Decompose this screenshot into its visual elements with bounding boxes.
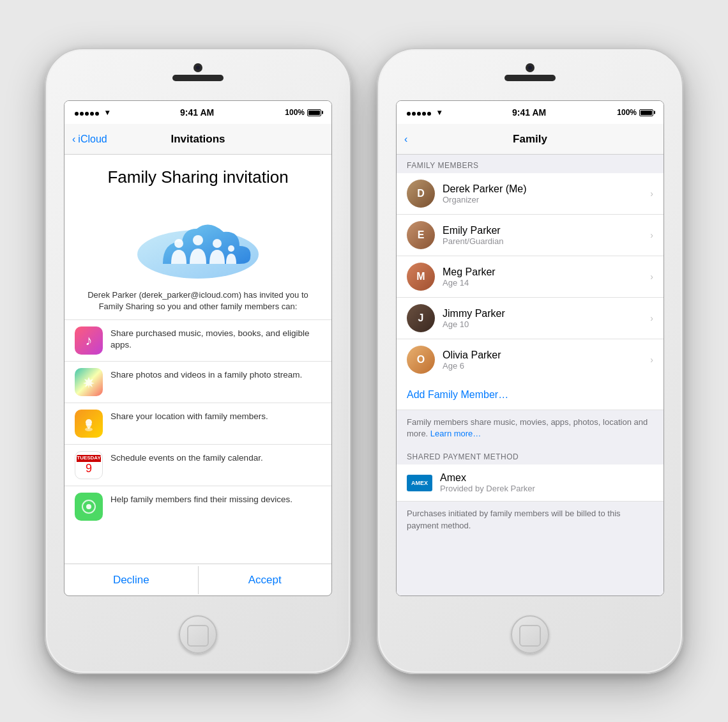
nav-title-2: Family (513, 133, 547, 146)
family-members-header: FAMILY MEMBERS (397, 155, 664, 173)
feature-photos: Share photos and videos in a family phot… (64, 361, 331, 403)
location-icon (75, 410, 103, 438)
chevron-icon-derek: › (650, 188, 653, 199)
battery-icon-2 (639, 109, 653, 116)
member-name-olivia: Olivia Parker (443, 349, 642, 361)
chevron-icon-olivia: › (650, 355, 653, 365)
nav-title: Invitations (171, 133, 225, 146)
bottom-buttons: Decline Accept (64, 564, 331, 595)
back-chevron-icon-2: ‹ (404, 134, 407, 145)
front-camera (193, 63, 202, 72)
member-info-jimmy: Jimmy Parker Age 10 (443, 308, 642, 329)
home-button-2[interactable] (511, 615, 549, 654)
back-button[interactable]: ‹ iCloud (72, 134, 107, 145)
invitation-content: Family Sharing invitation (64, 155, 331, 595)
member-role-emily: Parent/Guardian (443, 236, 642, 246)
family-illustration (64, 194, 331, 289)
svg-point-1 (174, 239, 183, 248)
photos-icon (75, 368, 103, 396)
member-name-jimmy: Jimmy Parker (443, 308, 642, 319)
phone2-bottom (511, 596, 549, 673)
battery-area-2: 100% (617, 108, 653, 117)
member-derek[interactable]: D Derek Parker (Me) Organizer › (397, 173, 664, 215)
signal-area-2: ▾ (407, 108, 441, 118)
battery-percent: 100% (285, 108, 305, 117)
feature-music: ♪ Share purchased music, movies, books, … (64, 319, 331, 361)
member-info-derek: Derek Parker (Me) Organizer (443, 183, 642, 204)
phone-invitations: ▾ 9:41 AM 100% ‹ iCloud Invitations (45, 48, 351, 674)
home-button[interactable] (179, 615, 217, 654)
avatar-derek: D (407, 180, 435, 208)
music-icon: ♪ (75, 326, 103, 355)
member-olivia[interactable]: O Olivia Parker Age 6 › (397, 339, 664, 380)
member-meg[interactable]: M Meg Parker Age 14 › (397, 256, 664, 298)
member-info-meg: Meg Parker Age 14 (443, 266, 642, 288)
front-camera-2 (526, 63, 535, 72)
accept-button[interactable]: Accept (199, 566, 332, 594)
status-bar: ▾ 9:41 AM 100% (64, 101, 331, 124)
member-info-olivia: Olivia Parker Age 6 (443, 349, 642, 371)
decline-button[interactable]: Decline (64, 566, 199, 594)
payment-provider: Provided by Derek Parker (440, 484, 653, 493)
signal-dots (75, 108, 100, 118)
invitation-title: Family Sharing invitation (84, 167, 312, 187)
avatar-emily: E (407, 221, 435, 249)
feature-findmy-text: Help family members find their missing d… (110, 493, 321, 506)
screen-invitations: ▾ 9:41 AM 100% ‹ iCloud Invitations (64, 100, 332, 596)
status-time-2: 9:41 AM (512, 107, 546, 118)
payment-section-header: SHARED PAYMENT METHOD (397, 446, 664, 465)
back-button-2[interactable]: ‹ (404, 134, 407, 145)
learn-more-link[interactable]: Learn more… (430, 429, 481, 438)
member-name-meg: Meg Parker (443, 266, 642, 278)
invitation-header: Family Sharing invitation (64, 155, 331, 194)
svg-point-3 (213, 239, 222, 248)
member-name-derek: Derek Parker (Me) (443, 183, 642, 195)
member-role-jimmy: Age 10 (443, 319, 642, 329)
member-info-emily: Emily Parker Parent/Guardian (443, 225, 642, 246)
amex-icon: AMEX (407, 475, 432, 491)
screen-family: ▾ 9:41 AM 100% ‹ Family FAMILY M (396, 100, 664, 596)
feature-location: Share your location with family members. (64, 403, 331, 444)
payment-item[interactable]: AMEX Amex Provided by Derek Parker (397, 465, 664, 502)
member-jimmy[interactable]: J Jimmy Parker Age 10 › (397, 298, 664, 339)
speaker-2 (504, 75, 556, 81)
avatar-meg: M (407, 263, 435, 291)
avatar-jimmy: J (407, 304, 435, 332)
chevron-icon-jimmy: › (650, 313, 653, 323)
payment-name: Amex (440, 472, 653, 484)
battery-area: 100% (285, 108, 321, 117)
chevron-icon-meg: › (650, 272, 653, 282)
signal-area: ▾ (75, 108, 109, 118)
payment-info: Amex Provided by Derek Parker (440, 472, 653, 493)
battery-icon (307, 109, 321, 116)
status-bar-2: ▾ 9:41 AM 100% (397, 101, 664, 124)
avatar-olivia: O (407, 346, 435, 374)
back-chevron-icon: ‹ (72, 134, 75, 145)
nav-bar-family: ‹ Family (397, 124, 664, 155)
wifi-icon-2: ▾ (437, 108, 441, 117)
payment-footer: Purchases initiated by family members wi… (397, 502, 664, 537)
phone-family: ▾ 9:41 AM 100% ‹ Family FAMILY M (377, 48, 683, 674)
wifi-icon: ▾ (105, 108, 109, 117)
findmy-icon (75, 493, 103, 521)
feature-location-text: Share your location with family members. (110, 410, 321, 423)
feature-calendar-text: Schedule events on the family calendar. (110, 451, 321, 465)
feature-music-text: Share purchased music, movies, books, an… (110, 326, 321, 352)
invitation-description: Derek Parker (derek_parker@icloud.com) h… (64, 289, 331, 319)
member-role-olivia: Age 6 (443, 361, 642, 371)
svg-point-2 (193, 235, 203, 245)
calendar-icon: Tuesday 9 (75, 451, 103, 479)
feature-findmy: Help family members find their missing d… (64, 486, 331, 527)
chevron-icon-emily: › (650, 230, 653, 240)
feature-photos-text: Share photos and videos in a family phot… (110, 368, 321, 381)
signal-dots-2 (407, 108, 432, 118)
family-content: FAMILY MEMBERS D Derek Parker (Me) Organ… (397, 155, 664, 595)
info-text: Family members share music, movies, apps… (397, 410, 664, 446)
feature-list: ♪ Share purchased music, movies, books, … (64, 319, 331, 564)
member-emily[interactable]: E Emily Parker Parent/Guardian › (397, 215, 664, 256)
member-role-derek: Organizer (443, 195, 642, 204)
phone1-bottom (179, 596, 217, 673)
battery-percent-2: 100% (617, 108, 637, 117)
add-member-button[interactable]: Add Family Member… (397, 380, 664, 410)
members-list: D Derek Parker (Me) Organizer › E (397, 173, 664, 380)
